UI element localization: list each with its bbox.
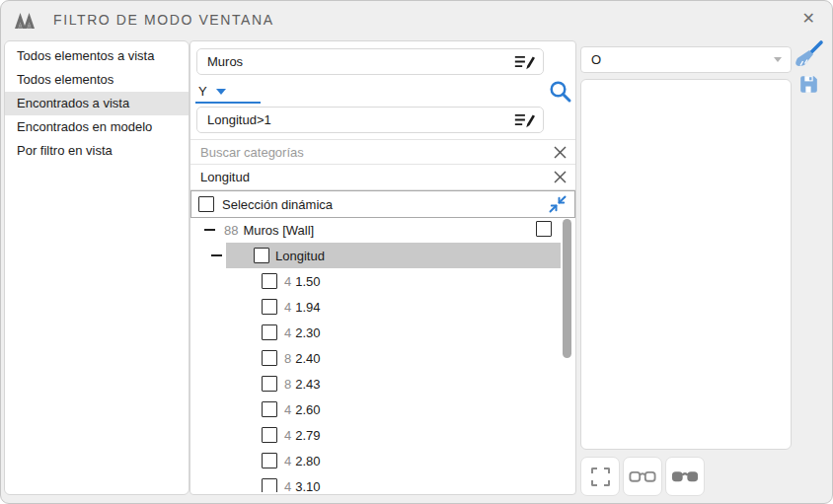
tree-root-row[interactable]: 88 Muros [Wall] <box>190 217 575 243</box>
value-text: 3.10 <box>295 479 320 493</box>
tree-value-row[interactable]: 4 2.60 <box>190 396 575 422</box>
value-count: 4 <box>284 479 291 493</box>
tree-value-checkbox[interactable] <box>262 324 277 340</box>
tree-value-row[interactable]: 8 2.40 <box>190 345 575 371</box>
save-filter-button[interactable] <box>796 72 821 97</box>
chevron-down-icon <box>774 57 782 62</box>
value-text: 2.60 <box>295 402 320 417</box>
parameter-filter-input[interactable]: Longitud>1 <box>196 107 544 133</box>
logic-operator-underline <box>195 102 261 104</box>
value-text: 2.80 <box>295 454 320 468</box>
filter-mode-list: Todos elementos a vista Todos elementos … <box>4 40 189 495</box>
sidebar-item-encontrados-en-modelo[interactable]: Encontrados en modelo <box>5 115 189 139</box>
clear-icon[interactable] <box>554 171 567 183</box>
value-text: 2.30 <box>295 325 320 340</box>
tree-group-row[interactable]: Longitud <box>190 243 575 268</box>
marquee-selection-icon <box>591 468 610 486</box>
tree-root-checkbox[interactable] <box>536 221 552 237</box>
saved-filters-list[interactable] <box>580 79 792 450</box>
value-count: 4 <box>284 402 291 417</box>
value-count: 4 <box>284 428 291 443</box>
tree-group-checkbox[interactable] <box>254 248 269 263</box>
app-logo-icon <box>15 12 40 29</box>
search-icon <box>548 79 572 104</box>
value-text: 1.94 <box>295 300 320 315</box>
filter-builder-panel: Muros Y Longitud>1 <box>189 40 576 495</box>
filter-mode-window: FILTRO DE MODO VENTANA ✕ Todos elementos… <box>0 0 833 504</box>
collapse-minus-icon[interactable] <box>204 229 215 232</box>
value-count: 4 <box>284 454 291 468</box>
tree-root-count: 88 <box>224 223 238 238</box>
value-text: 1.50 <box>295 274 320 289</box>
category-filter-input[interactable]: Muros <box>196 48 544 75</box>
glasses-outline-icon <box>629 469 656 484</box>
tree-value-row[interactable]: 4 1.50 <box>190 268 575 294</box>
window-title: FILTRO DE MODO VENTANA <box>53 12 274 28</box>
chevron-down-icon <box>216 89 226 95</box>
tree-value-checkbox[interactable] <box>262 299 277 315</box>
tree-value-checkbox[interactable] <box>262 478 277 492</box>
titlebar: FILTRO DE MODO VENTANA ✕ <box>1 1 832 38</box>
value-count: 4 <box>284 300 291 315</box>
value-text: 2.43 <box>295 377 320 392</box>
tree-value-checkbox[interactable] <box>262 273 277 289</box>
parameter-search-input[interactable]: Longitud <box>190 165 575 190</box>
close-icon[interactable]: ✕ <box>802 10 815 28</box>
tree-value-row[interactable]: 4 2.79 <box>190 422 575 448</box>
dynamic-selection-label: Selección dinámica <box>222 197 549 212</box>
value-text: 2.40 <box>295 351 320 366</box>
sidebar-item-encontrados-a-vista[interactable]: Encontrados a vista <box>5 92 189 115</box>
tree-value-checkbox[interactable] <box>262 376 277 392</box>
collapse-minus-icon[interactable] <box>211 254 222 257</box>
value-count: 4 <box>284 325 291 340</box>
show-solid-button[interactable] <box>665 457 705 496</box>
results-tree: 88 Muros [Wall] Longitud 4 1.50 4 1.94 <box>190 217 575 492</box>
tree-value-checkbox[interactable] <box>262 427 277 443</box>
tree-value-row[interactable]: 4 3.10 <box>190 473 575 492</box>
category-search-input[interactable]: Buscar categorías <box>190 139 575 165</box>
tree-group-label: Longitud <box>275 249 325 263</box>
tree-root-label: Muros [Wall] <box>243 223 314 238</box>
glasses-filled-icon <box>671 469 699 484</box>
saved-filter-value: O <box>591 52 774 67</box>
category-filter-value: Muros <box>207 54 513 69</box>
show-transparent-button[interactable] <box>623 457 662 496</box>
tree-value-row[interactable]: 4 2.30 <box>190 320 575 345</box>
broom-icon <box>795 39 824 69</box>
tree-value-checkbox[interactable] <box>262 401 277 417</box>
sidebar-item-por-filtro-en-vista[interactable]: Por filtro en vista <box>5 139 189 163</box>
dynamic-selection-checkbox[interactable] <box>198 196 214 212</box>
select-elements-button[interactable] <box>580 457 620 496</box>
sidebar-item-todos-elementos[interactable]: Todos elementos <box>5 68 189 92</box>
sidebar-item-todos-elementos-a-vista[interactable]: Todos elementos a vista <box>5 44 189 68</box>
clear-icon[interactable] <box>554 146 567 159</box>
edit-list-icon[interactable] <box>513 52 535 71</box>
edit-list-icon[interactable] <box>513 110 535 129</box>
value-count: 8 <box>284 351 291 366</box>
tree-value-row[interactable]: 8 2.43 <box>190 371 575 396</box>
tree-value-checkbox[interactable] <box>262 453 277 468</box>
logic-operator-value: Y <box>198 84 207 99</box>
category-search-placeholder: Buscar categorías <box>200 145 554 160</box>
tree-value-row[interactable]: 4 2.80 <box>190 448 575 473</box>
tree-scrollbar-thumb[interactable] <box>563 219 571 358</box>
tree-value-row[interactable]: 4 1.94 <box>190 294 575 320</box>
tree-value-checkbox[interactable] <box>262 350 277 366</box>
parameter-filter-value: Longitud>1 <box>207 112 513 127</box>
dynamic-selection-row: Selección dinámica <box>190 190 575 218</box>
saved-filter-combobox[interactable]: O <box>580 46 792 73</box>
logic-operator-dropdown[interactable]: Y <box>198 79 226 103</box>
collapse-inward-icon[interactable] <box>549 195 567 213</box>
clean-filter-button[interactable] <box>795 39 824 69</box>
value-count: 8 <box>284 377 291 392</box>
value-count: 4 <box>284 274 291 289</box>
value-text: 2.79 <box>295 428 320 443</box>
save-icon <box>796 72 821 97</box>
search-button[interactable] <box>546 77 573 105</box>
parameter-search-value: Longitud <box>200 170 554 184</box>
